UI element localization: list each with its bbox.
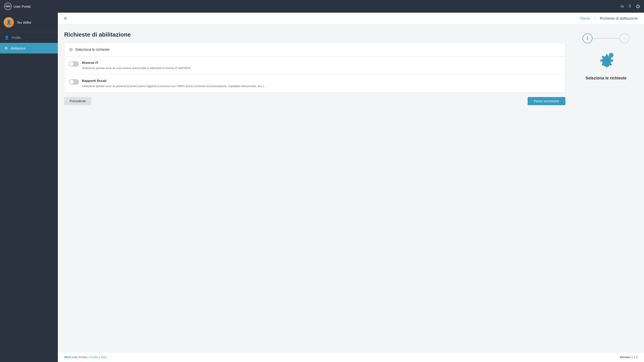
logo-icon: INFN: [4, 2, 12, 10]
button-row: Precedente Passo successivo: [64, 97, 565, 105]
top-bar: INFN User Portal ita ⠿ ⏻: [0, 0, 644, 13]
rapporti-fiscali-toggle[interactable]: [69, 79, 79, 85]
sidebar-nav: 👤 Profilo ⚙ Abilitazioni: [0, 32, 58, 53]
breadcrumb-separator: /: [594, 16, 595, 20]
risorse-it-title: Risorse IT: [82, 61, 560, 65]
footer: INFN User Portal | Credits | Help Versio…: [58, 352, 644, 362]
rapporti-fiscali-row: Rapporti fiscali Seleziona questa voce s…: [69, 79, 560, 88]
main-content: Richieste di abilitazione ⚙ Seleziona le…: [58, 24, 644, 352]
step-line: [592, 38, 620, 39]
sidebar-item-profilo[interactable]: 👤 Profilo: [0, 32, 58, 43]
credits-link[interactable]: Credits: [89, 356, 98, 359]
app-title: User Portal: [14, 4, 30, 8]
sidebar-item-abilitazioni-label: Abilitazioni: [10, 46, 26, 50]
card-header-label: Seleziona le richieste: [75, 48, 109, 52]
user-section: 👤 Tex Willer: [0, 13, 58, 32]
profile-icon: 👤: [4, 35, 9, 40]
breadcrumb: Home / Richieste di abilitazione: [580, 16, 638, 20]
version-label: Version: [620, 356, 630, 359]
rapporti-fiscali-desc: Seleziona questa voce se prevedi di dove…: [82, 84, 560, 88]
request-card: ⚙ Seleziona le richieste: [64, 43, 565, 93]
right-panel: 1 ›: [574, 31, 638, 345]
step-1-circle: 1: [582, 33, 592, 43]
stepper: 1 ›: [574, 33, 638, 43]
breadcrumb-current: Richieste di abilitazione: [600, 16, 638, 20]
risorse-it-desc: Seleziona questa voce se vuoi essere aut…: [82, 66, 560, 70]
card-header-gear-icon: ⚙: [69, 47, 73, 52]
footer-text: User Portal |: [72, 356, 89, 359]
language-selector[interactable]: ita: [620, 4, 624, 8]
next-button[interactable]: Passo successivo: [528, 97, 565, 105]
footer-left: INFN User Portal | Credits | Help: [64, 356, 107, 359]
risorse-it-label-group: Risorse IT Seleziona questa voce se vuoi…: [82, 61, 560, 70]
left-section: Richieste di abilitazione ⚙ Seleziona le…: [64, 31, 565, 345]
breadcrumb-home[interactable]: Home: [580, 16, 590, 20]
grid-icon[interactable]: ⠿: [628, 4, 631, 9]
avatar: 👤: [4, 17, 14, 27]
card-header: ⚙ Seleziona le richieste: [64, 43, 565, 57]
step-2-circle: ›: [620, 33, 630, 43]
top-bar-right: ita ⠿ ⏻: [620, 4, 640, 9]
footer-right: Version 1.1.2: [620, 356, 638, 359]
content-area: ≡ Home / Richieste di abilitazione Richi…: [58, 13, 644, 362]
rapporti-fiscali-section: Rapporti fiscali Seleziona questa voce s…: [64, 75, 565, 93]
sidebar-item-profilo-label: Profilo: [12, 36, 21, 39]
risorse-it-row: Risorse IT Seleziona questa voce se vuoi…: [69, 61, 560, 70]
gear-nav-icon: ⚙: [4, 46, 8, 50]
step-gears-icon: [596, 52, 616, 71]
back-button[interactable]: Precedente: [64, 97, 91, 105]
app-logo: INFN User Portal: [4, 2, 30, 10]
rapporti-fiscali-slider: [69, 79, 79, 85]
step-label: Seleziona le richieste: [586, 76, 626, 81]
username: Tex Willer: [17, 20, 32, 24]
hamburger-icon[interactable]: ≡: [64, 16, 67, 21]
risorse-it-toggle[interactable]: [69, 61, 79, 67]
risorse-it-slider: [69, 61, 79, 67]
sidebar-item-abilitazioni[interactable]: ⚙ Abilitazioni: [0, 43, 58, 53]
page-title: Richieste di abilitazione: [64, 31, 565, 38]
rapporti-fiscali-title: Rapporti fiscali: [82, 79, 560, 83]
power-icon[interactable]: ⏻: [636, 4, 640, 9]
sidebar: 👤 Tex Willer 👤 Profilo ⚙ Abilitazioni: [0, 13, 58, 362]
header-bar: ≡ Home / Richieste di abilitazione: [58, 13, 644, 24]
rapporti-fiscali-label-group: Rapporti fiscali Seleziona questa voce s…: [82, 79, 560, 88]
help-link[interactable]: Help: [100, 356, 107, 359]
step-icon-area: Seleziona le richieste: [586, 52, 626, 81]
footer-infn: INFN: [64, 356, 71, 359]
risorse-it-section: Risorse IT Seleziona questa voce se vuoi…: [64, 57, 565, 75]
version-number-val: 1.1.2: [631, 356, 638, 359]
